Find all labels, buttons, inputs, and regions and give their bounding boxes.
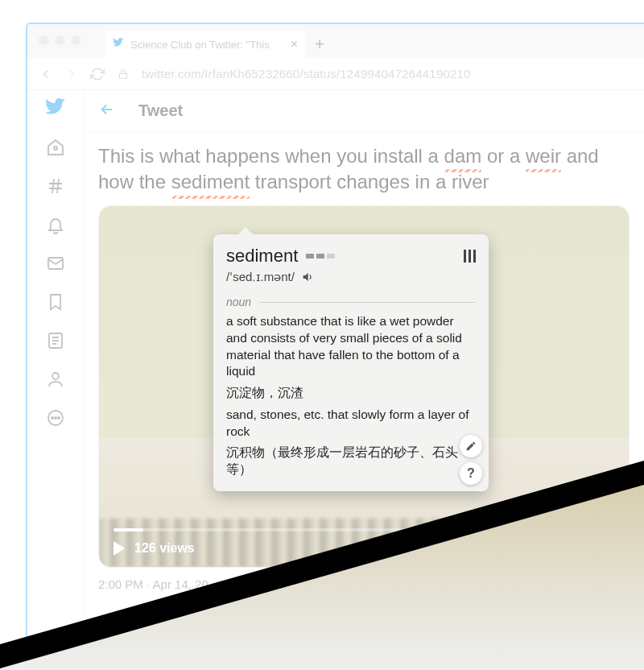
dictionary-popup: sediment /ˈsed.ɪ.mənt/ noun a soft subst… xyxy=(213,234,489,491)
tab-bar: Science Club on Twitter: "This × + xyxy=(27,24,644,58)
window-minimize-dot[interactable] xyxy=(55,35,64,45)
address-bar: twitter.com/IrfanKh65232660/status/12499… xyxy=(27,58,644,90)
definition-zh-2: 沉积物（最终形成一层岩石的砂子、石头等） xyxy=(226,445,476,478)
browser-tab[interactable]: Science Club on Twitter: "This × xyxy=(105,31,306,58)
highlighted-word-sediment[interactable]: sediment xyxy=(171,169,250,195)
person-icon[interactable] xyxy=(45,369,66,390)
hashtag-icon[interactable] xyxy=(45,176,66,196)
part-of-speech: noun xyxy=(226,296,251,308)
edit-button[interactable] xyxy=(460,435,482,457)
home-icon[interactable] xyxy=(45,137,66,158)
svg-point-4 xyxy=(52,373,59,379)
svg-rect-0 xyxy=(119,73,126,78)
nav-forward-icon[interactable] xyxy=(64,67,79,81)
definition-en-2: sand, stones, etc. that slowly form a la… xyxy=(226,407,476,440)
envelope-icon[interactable] xyxy=(45,253,66,274)
tab-title: Science Club on Twitter: "This xyxy=(130,39,284,51)
play-icon[interactable] xyxy=(114,541,125,556)
speaker-icon[interactable] xyxy=(301,271,314,283)
page-header: Tweet xyxy=(84,90,644,132)
dictionary-word: sediment xyxy=(226,246,298,267)
new-tab-button[interactable]: + xyxy=(306,31,333,58)
svg-point-7 xyxy=(55,417,56,419)
window-controls xyxy=(39,35,80,45)
lock-icon xyxy=(116,67,130,81)
video-progress-bar[interactable] xyxy=(114,528,614,531)
tweet-timestamp: 2:00 PM · Apr 14, 20 xyxy=(98,577,630,591)
window-maximize-dot[interactable] xyxy=(71,35,80,45)
pronunciation-row: /ˈsed.ɪ.mənt/ xyxy=(226,270,476,284)
tab-close-icon[interactable]: × xyxy=(291,37,298,52)
twitter-logo-icon[interactable] xyxy=(45,98,66,119)
highlighted-word-weir[interactable]: weir xyxy=(526,143,561,169)
view-count: 126 views xyxy=(134,541,195,556)
definition-en-1: a soft substance that is like a wet powd… xyxy=(226,313,476,380)
window-close-dot[interactable] xyxy=(39,35,48,45)
highlighted-word-dam[interactable]: dam xyxy=(444,143,482,169)
url-text[interactable]: twitter.com/IrfanKh65232660/status/12499… xyxy=(142,67,471,81)
bookmark-icon[interactable] xyxy=(45,292,66,312)
svg-point-1 xyxy=(54,147,57,150)
columns-icon[interactable] xyxy=(464,250,476,263)
dictionary-header: sediment xyxy=(226,246,476,267)
nav-back-icon[interactable] xyxy=(39,67,53,81)
twitter-favicon-icon xyxy=(113,38,124,52)
part-of-speech-row: noun xyxy=(226,296,476,308)
ipa-text: /ˈsed.ɪ.mənt/ xyxy=(226,270,295,284)
svg-point-8 xyxy=(58,417,60,419)
level-indicator xyxy=(306,254,335,258)
tweet-text: This is what happens when you install a … xyxy=(98,143,630,196)
reload-icon[interactable] xyxy=(90,67,105,81)
help-button[interactable]: ? xyxy=(460,462,482,485)
video-controls: 126 views xyxy=(99,517,629,567)
sidebar xyxy=(27,90,84,670)
page-title: Tweet xyxy=(138,101,183,120)
bell-icon[interactable] xyxy=(45,214,66,235)
back-arrow-icon[interactable] xyxy=(98,101,116,122)
more-icon[interactable] xyxy=(45,407,66,428)
list-icon[interactable] xyxy=(45,330,66,351)
definitions: a soft substance that is like a wet powd… xyxy=(226,313,476,478)
definition-zh-1: 沉淀物，沉渣 xyxy=(226,385,476,402)
svg-point-6 xyxy=(52,417,53,419)
